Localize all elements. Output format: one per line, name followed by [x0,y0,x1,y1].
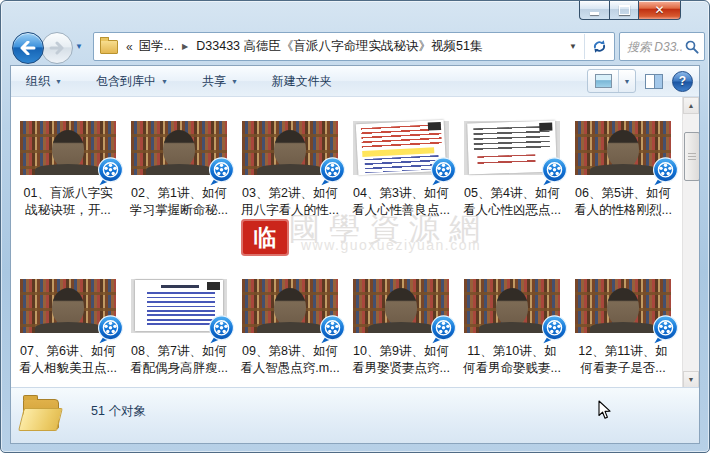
breadcrumb-root[interactable]: 国学... [139,38,174,55]
preview-pane-icon [645,74,663,89]
organize-label: 组织 [26,73,50,90]
file-item[interactable]: 09、第8讲、如何 看人智愚点窍.m... [242,279,346,376]
file-thumbnail [20,121,116,175]
mouse-cursor [598,400,612,420]
help-button[interactable]: ? [672,71,693,92]
video-player-icon [207,315,236,344]
video-player-icon [651,315,680,344]
change-view-dropdown[interactable]: ▼ [619,70,635,92]
vertical-scrollbar[interactable]: ▲ ▼ [682,97,699,388]
file-thumbnail [242,121,338,175]
include-in-library-label: 包含到库中 [96,73,156,90]
file-thumbnail [131,279,227,333]
file-name: 05、第4讲、如何 看人心性凶恶点... [457,185,567,218]
forward-button[interactable] [41,32,73,64]
breadcrumb-current-folder[interactable]: D33433 高德臣《盲派八字命理实战秘诀》视频51集 [196,38,562,55]
file-item[interactable]: 03、第2讲、如何 用八字看人的性... [242,121,346,218]
scroll-down-button[interactable]: ▼ [683,371,699,388]
video-player-icon [318,315,347,344]
file-name-line1: 01、盲派八字实 [13,185,123,202]
video-player-icon [429,157,458,186]
file-name: 12、第11讲、如 何看妻子是否... [568,343,678,376]
file-item[interactable]: 10、第9讲、如何 看男娶贤妻点窍... [353,279,457,376]
file-name: 11、第10讲、如 何看男命娶贱妻... [457,343,567,376]
chevron-down-icon: ▼ [624,78,631,85]
back-button[interactable] [12,32,44,64]
file-name-line2: 看人心性凶恶点... [457,202,567,219]
file-name-line2: 看男娶贤妻点窍... [346,360,456,377]
file-name: 09、第8讲、如何 看人智愚点窍.m... [235,343,345,376]
video-player-icon [207,157,236,186]
change-view-button[interactable] [588,70,619,92]
maximize-icon [619,5,630,15]
file-list-area[interactable]: 临 國學資源網 www.guoxueziyuan.com [11,97,699,388]
close-icon: ✕ [654,4,664,16]
file-item[interactable]: 11、第10讲、如 何看男命娶贱妻... [464,279,568,376]
file-name: 06、第5讲、如何 看人的性格刚烈... [568,185,678,218]
window-controls: ✕ [579,1,681,20]
command-toolbar: 组织 ▼ 包含到库中 ▼ 共享 ▼ 新建文件夹 ▼ [11,66,699,97]
share-button[interactable]: 共享 ▼ [193,68,247,95]
file-name-line2: 看人心性善良点... [346,202,456,219]
folder-icon [19,394,63,434]
file-thumbnail [131,121,227,175]
file-name-line2: 用八字看人的性... [235,202,345,219]
breadcrumb-overflow-icon[interactable]: « [126,40,133,54]
organize-button[interactable]: 组织 ▼ [17,68,71,95]
file-name-line1: 08、第7讲、如何 [124,343,234,360]
refresh-icon [592,39,607,54]
search-input[interactable] [620,40,684,54]
file-thumbnail [20,279,116,333]
search-box[interactable] [619,32,705,61]
file-item[interactable]: 04、第3讲、如何 看人心性善良点... [353,121,457,218]
change-view-group: ▼ [587,69,636,93]
chevron-down-icon: ▼ [55,78,62,85]
new-folder-button[interactable]: 新建文件夹 [263,68,341,95]
file-item[interactable]: 05、第4讲、如何 看人心性凶恶点... [464,121,568,218]
address-dropdown-icon[interactable]: ▼ [562,42,584,51]
file-item[interactable]: 07、第6讲、如何 看人相貌美丑点... [20,279,124,376]
file-name-line1: 02、第1讲、如何 [124,185,234,202]
file-name-line2: 何看男命娶贱妻... [457,360,567,377]
file-name-line1: 11、第10讲、如 [457,343,567,360]
file-name-line1: 07、第6讲、如何 [13,343,123,360]
file-name-line1: 12、第11讲、如 [568,343,678,360]
video-player-icon [96,315,125,344]
file-name-line2: 看配偶身高胖瘦... [124,360,234,377]
file-item[interactable]: 01、盲派八字实 战秘诀班，开... [20,121,124,218]
search-icon[interactable] [684,39,700,55]
scrollbar-thumb[interactable] [684,132,699,181]
file-item[interactable]: 06、第5讲、如何 看人的性格刚烈... [575,121,679,218]
close-button[interactable]: ✕ [639,1,681,20]
thumbnails-view-icon [595,74,612,88]
recent-pages-chevron[interactable]: ▼ [75,42,83,51]
scroll-up-button[interactable]: ▲ [683,97,699,114]
watermark-seal: 临 [241,219,289,256]
breadcrumb-separator-icon[interactable]: ▶ [182,42,188,51]
preview-pane-button[interactable] [645,74,663,89]
share-label: 共享 [202,73,226,90]
file-name-line2: 看人智愚点窍.m... [235,360,345,377]
file-item[interactable]: 02、第1讲、如何 学习掌握断命秘... [131,121,235,218]
folder-icon [100,40,118,54]
file-name: 10、第9讲、如何 看男娶贤妻点窍... [346,343,456,376]
address-bar[interactable]: « 国学... ▶ D33433 高德臣《盲派八字命理实战秘诀》视频51集 ▼ [93,32,615,61]
maximize-button[interactable] [609,1,639,20]
file-name-line1: 03、第2讲、如何 [235,185,345,202]
item-count-label: 51 个对象 [91,403,146,420]
file-item[interactable]: 12、第11讲、如 何看妻子是否... [575,279,679,376]
file-name-line2: 看人相貌美丑点... [13,360,123,377]
file-thumbnail [242,279,338,333]
file-thumbnail [575,279,671,333]
minimize-icon [590,12,599,15]
new-folder-label: 新建文件夹 [272,73,332,90]
file-item[interactable]: 08、第7讲、如何 看配偶身高胖瘦... [131,279,235,376]
arrow-left-icon [20,41,36,55]
minimize-button[interactable] [579,1,609,20]
refresh-button[interactable] [584,34,614,59]
arrow-right-icon [49,41,65,55]
file-thumbnail [464,121,560,175]
video-player-icon [540,315,569,344]
video-player-icon [429,315,458,344]
include-in-library-button[interactable]: 包含到库中 ▼ [87,68,177,95]
